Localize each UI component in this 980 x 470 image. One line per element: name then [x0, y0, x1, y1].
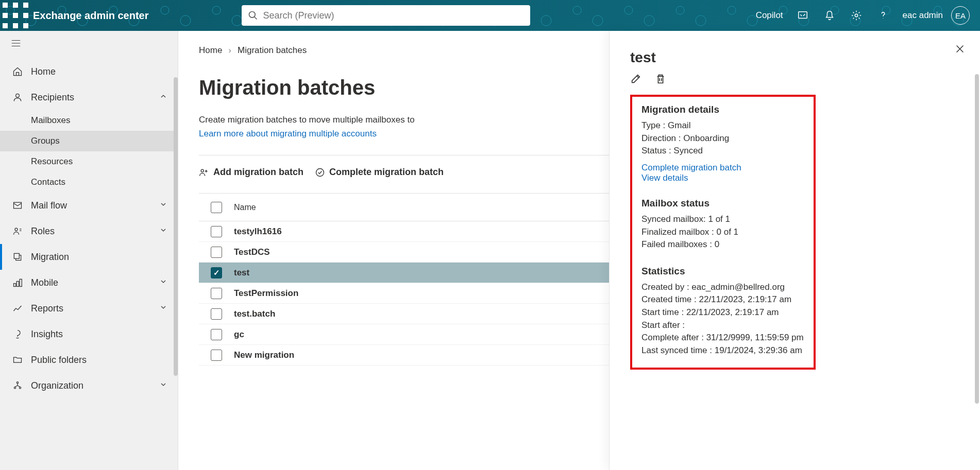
chevron-down-icon	[159, 380, 167, 391]
notifications-icon[interactable]	[818, 4, 841, 27]
svg-rect-8	[23, 23, 28, 28]
chevron-down-icon	[159, 303, 167, 314]
sidebar-item-roles[interactable]: Roles	[0, 218, 178, 244]
svg-line-10	[254, 17, 257, 20]
sidebar-item-publicfolders[interactable]: Public folders	[0, 347, 178, 373]
svg-point-18	[15, 228, 18, 231]
section-heading: Migration details	[641, 104, 804, 115]
sidebar-item-home[interactable]: Home	[0, 59, 178, 84]
delete-icon[interactable]	[655, 73, 666, 84]
details-highlight-box: Migration details Type : Gmail Direction…	[630, 95, 816, 370]
svg-rect-19	[14, 253, 19, 258]
user-avatar[interactable]: EA	[951, 6, 970, 25]
details-panel: test Migration details Type : Gmail Dire…	[609, 31, 980, 470]
sidebar-scrollbar[interactable]	[174, 77, 178, 376]
stat-created-by: Created by : eac_admin@bellred.org	[641, 281, 804, 294]
svg-rect-22	[20, 279, 22, 286]
row-checkbox[interactable]	[211, 226, 222, 237]
svg-rect-7	[13, 23, 18, 28]
sidebar-item-mailflow[interactable]: Mail flow	[0, 193, 178, 218]
svg-rect-3	[3, 13, 8, 18]
sidebar-sub-mailboxes[interactable]: Mailboxes	[0, 110, 178, 131]
breadcrumb-separator: ›	[228, 45, 231, 56]
migration-direction: Direction : Onboarding	[641, 132, 804, 145]
mailbox-failed: Failed mailboxes : 0	[641, 238, 804, 251]
sidebar-sub-groups[interactable]: Groups	[0, 131, 178, 151]
sidebar-item-insights[interactable]: Insights	[0, 321, 178, 347]
stat-complete-after: Complete after : 31/12/9999, 11:59:59 pm	[641, 332, 804, 344]
close-icon	[954, 43, 966, 55]
app-title: Exchange admin center	[33, 10, 149, 22]
sidebar-sub-contacts[interactable]: Contacts	[0, 172, 178, 193]
svg-rect-5	[23, 13, 28, 18]
section-heading: Mailbox status	[641, 198, 804, 209]
top-header: Exchange admin center Copilot eac admin …	[0, 0, 980, 31]
svg-point-26	[201, 169, 204, 172]
mail-icon	[10, 200, 25, 211]
row-checkbox[interactable]	[211, 247, 222, 258]
sidebar-item-reports[interactable]: Reports	[0, 295, 178, 321]
search-icon	[248, 10, 258, 21]
stat-last-synced: Last synced time : 19/1/2024, 3:29:36 am	[641, 344, 804, 357]
settings-icon[interactable]	[845, 4, 868, 27]
details-title: test	[630, 49, 959, 66]
copilot-label: Copilot	[756, 10, 783, 21]
sidebar-item-migration[interactable]: Migration	[0, 244, 178, 270]
sidebar-item-label: Migration	[31, 252, 69, 263]
toolbar-add-label: Add migration batch	[213, 167, 303, 178]
row-checkbox[interactable]	[211, 288, 222, 299]
toolbar-complete-label: Complete migration batch	[329, 167, 444, 178]
add-migration-batch-button[interactable]: Add migration batch	[199, 167, 303, 178]
sidebar-sub-resources[interactable]: Resources	[0, 151, 178, 172]
chevron-down-icon	[159, 226, 167, 237]
person-icon	[10, 92, 25, 102]
roles-icon	[10, 226, 25, 236]
edit-icon[interactable]	[630, 73, 641, 84]
help-icon[interactable]	[872, 4, 894, 27]
migration-icon	[10, 252, 25, 262]
select-all-checkbox[interactable]	[211, 202, 222, 213]
row-checkbox[interactable]	[211, 350, 222, 361]
svg-rect-17	[14, 202, 22, 208]
breadcrumb-current: Migration batches	[238, 45, 307, 56]
row-checkbox[interactable]	[211, 308, 222, 320]
home-icon	[10, 66, 25, 77]
complete-migration-batch-button[interactable]: Complete migration batch	[315, 167, 444, 178]
sidebar-item-mobile[interactable]: Mobile	[0, 270, 178, 295]
view-details-link[interactable]: View details	[641, 173, 804, 183]
migration-type: Type : Gmail	[641, 119, 804, 132]
sidebar-toggle[interactable]	[0, 31, 178, 56]
svg-point-25	[19, 387, 21, 389]
sidebar-item-label: Home	[31, 66, 56, 77]
row-checkbox[interactable]	[211, 267, 222, 278]
sidebar-item-label: Mail flow	[31, 200, 67, 211]
sidebar-item-organization[interactable]: Organization	[0, 373, 178, 398]
sidebar-item-recipients[interactable]: Recipients	[0, 84, 178, 110]
user-name: eac admin	[903, 10, 943, 21]
chevron-down-icon	[159, 200, 167, 211]
people-plus-icon	[199, 167, 209, 178]
svg-point-9	[249, 12, 255, 18]
panel-scrollbar[interactable]	[975, 74, 979, 404]
breadcrumb-home[interactable]: Home	[199, 45, 222, 56]
complete-batch-link[interactable]: Complete migration batch	[641, 163, 804, 173]
page-description: Create migration batches to move multipl…	[199, 115, 415, 125]
svg-point-16	[16, 94, 20, 97]
stat-created-time: Created time : 22/11/2023, 2:19:17 am	[641, 293, 804, 306]
svg-rect-20	[14, 284, 16, 287]
svg-point-24	[14, 387, 15, 389]
app-launcher[interactable]	[0, 0, 31, 31]
chevron-down-icon	[159, 277, 167, 288]
learn-more-link[interactable]: Learn more about migrating multiple acco…	[199, 129, 377, 138]
svg-rect-2	[23, 3, 28, 8]
dev-icon[interactable]	[791, 4, 814, 27]
search-input[interactable]	[263, 10, 524, 21]
migration-status: Status : Synced	[641, 145, 804, 158]
search-box[interactable]	[242, 5, 530, 26]
chevron-up-icon	[159, 92, 167, 103]
sidebar-item-label: Recipients	[31, 92, 74, 103]
copilot-button[interactable]: Copilot	[748, 10, 787, 21]
row-checkbox[interactable]	[211, 329, 222, 340]
close-panel-button[interactable]	[954, 43, 966, 58]
section-heading: Statistics	[641, 266, 804, 277]
